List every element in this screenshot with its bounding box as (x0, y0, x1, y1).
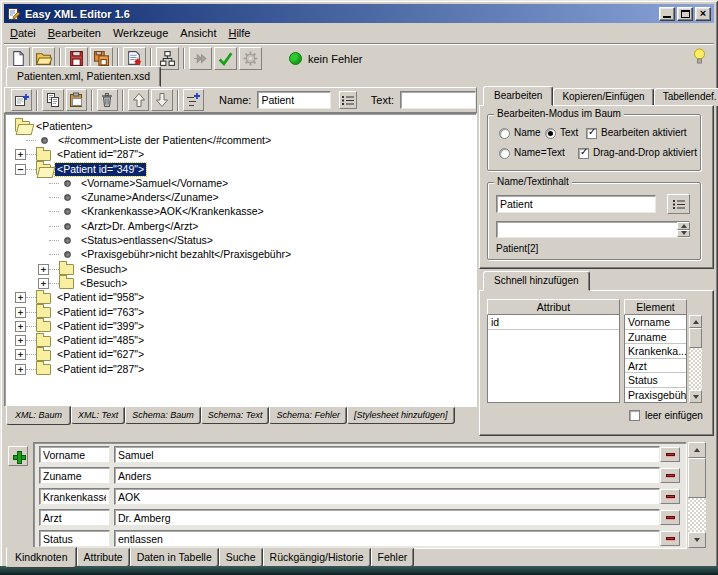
tree-node[interactable]: +<Patient id="627"> (9, 348, 474, 362)
tab-tabellendef[interactable]: Tabellendef. (654, 88, 718, 106)
spinner-up-button[interactable] (677, 222, 690, 230)
menu-werkzeuge[interactable]: Werkzeuge (107, 25, 174, 41)
tree-node[interactable]: <Patienten> (9, 119, 474, 133)
minimize-button[interactable] (659, 7, 675, 21)
tree-node[interactable]: +<Besuch> (9, 276, 474, 290)
tree-node[interactable]: +<Patient id="399"> (9, 319, 474, 333)
move-down-button[interactable] (151, 89, 172, 111)
element-row[interactable]: Arzt (625, 359, 686, 374)
tree-node[interactable]: <Status>entlassen</Status> (9, 233, 474, 247)
child-value-input[interactable] (114, 467, 660, 484)
scroll-track[interactable] (689, 348, 702, 390)
element-row[interactable]: Zuname (625, 330, 686, 345)
expand-icon[interactable]: + (15, 335, 26, 346)
add-row-button[interactable] (8, 446, 28, 466)
tab-schema-text[interactable]: Schema: Text (201, 407, 270, 424)
tab-xml-baum[interactable]: XML: Baum (6, 406, 71, 425)
scroll-thumb[interactable] (688, 458, 706, 498)
child-rows-scrollbar[interactable] (688, 442, 706, 548)
expand-icon[interactable]: + (15, 364, 26, 375)
node-name-input[interactable] (257, 91, 331, 109)
tree-node[interactable]: +<Patient id="287"> (9, 148, 474, 162)
radio-text[interactable] (545, 128, 556, 139)
name-list-button[interactable] (339, 91, 356, 109)
child-name-input[interactable] (39, 446, 110, 463)
attribute-row[interactable]: id (488, 315, 619, 330)
remove-row-button[interactable] (660, 531, 680, 546)
delete-node-button[interactable] (97, 89, 118, 111)
element-list-scrollbar[interactable] (689, 315, 702, 403)
tab-fehler[interactable]: Fehler (371, 548, 415, 567)
close-button[interactable]: × (695, 7, 711, 21)
edit-text-input[interactable] (496, 221, 690, 238)
child-name-input[interactable] (39, 488, 110, 505)
scroll-down-button[interactable] (689, 390, 702, 403)
tree-node[interactable]: +<Patient id="763"> (9, 305, 474, 319)
element-row[interactable]: Krankenka... (625, 344, 686, 359)
expand-icon[interactable]: + (15, 307, 26, 318)
tab-daten-in-tabelle[interactable]: Daten in Tabelle (130, 548, 219, 567)
tab-bearbeiten[interactable]: Bearbeiten (483, 86, 553, 106)
remove-row-button[interactable] (660, 510, 680, 525)
add-node-button[interactable] (11, 89, 32, 111)
radio-name[interactable] (499, 128, 510, 139)
tab-rückgängig-historie[interactable]: Rückgängig/Historie (263, 548, 371, 567)
tree-node[interactable]: <Vorname>Samuel</Vorname> (9, 176, 474, 190)
scroll-up-button[interactable] (689, 315, 702, 328)
tab-stylesheet-hinzufügen[interactable]: [Stylesheet hinzufügen] (347, 407, 455, 424)
transform-button[interactable] (189, 47, 212, 70)
tab-schema-baum[interactable]: Schema: Baum (125, 407, 201, 424)
collapse-icon[interactable]: – (15, 164, 26, 175)
tree-node[interactable]: <Zuname>Anders</Zuname> (9, 190, 474, 204)
menu-bearbeiten[interactable]: Bearbeiten (42, 25, 107, 41)
checkbox-drag-drop[interactable] (578, 148, 589, 159)
child-value-input[interactable] (114, 530, 660, 547)
child-value-input[interactable] (114, 446, 660, 463)
spinner-down-button[interactable] (677, 230, 690, 238)
refresh-gear-button[interactable] (239, 47, 262, 70)
child-name-input[interactable] (39, 530, 110, 547)
tab-xml-text[interactable]: XML: Text (71, 407, 125, 424)
expand-icon[interactable]: + (15, 321, 26, 332)
menu-datei[interactable]: Datei (4, 25, 42, 41)
scroll-down-button[interactable] (688, 532, 706, 548)
remove-row-button[interactable] (660, 489, 680, 504)
child-name-input[interactable] (39, 509, 110, 526)
tree-node[interactable]: <Krankenkasse>AOK</Krankenkasse> (9, 205, 474, 219)
expand-icon[interactable]: + (38, 278, 49, 289)
tab-schema-fehler[interactable]: Schema: Fehler (269, 407, 347, 424)
maximize-button[interactable] (677, 7, 693, 21)
tab-kindknoten[interactable]: Kindknoten (6, 547, 77, 568)
tree-node[interactable]: <#comment>Liste der Patienten</#comment> (9, 133, 474, 147)
element-row[interactable]: Status (625, 373, 686, 388)
tree-node[interactable]: +<Patient id="287"> (9, 362, 474, 376)
remove-row-button[interactable] (660, 468, 680, 483)
edit-name-input[interactable] (496, 195, 656, 213)
radio-name-equals-text[interactable] (499, 148, 510, 159)
tree-node[interactable]: +<Patient id="485"> (9, 333, 474, 347)
tree-node[interactable]: <Praxisgebühr>nicht bezahlt</Praxisgebüh… (9, 248, 474, 262)
tab-schnell-hinzufuegen[interactable]: Schnell hinzufügen (483, 271, 590, 291)
remove-row-button[interactable] (660, 447, 680, 462)
copy-button[interactable] (42, 89, 63, 111)
hint-bulb-icon[interactable] (693, 48, 706, 65)
expand-icon[interactable]: + (15, 149, 26, 160)
node-text-input[interactable] (400, 91, 476, 109)
child-value-input[interactable] (114, 488, 660, 505)
tree-node[interactable]: <Arzt>Dr. Amberg</Arzt> (9, 219, 474, 233)
text-spinner[interactable] (677, 222, 690, 237)
scroll-up-button[interactable] (688, 442, 706, 458)
add-child-node-button[interactable] (183, 89, 204, 111)
validate-button[interactable] (214, 47, 237, 70)
paste-button[interactable] (66, 89, 87, 111)
child-name-input[interactable] (39, 467, 110, 484)
scroll-thumb[interactable] (689, 328, 702, 348)
tree-node[interactable]: +<Patient id="958"> (9, 291, 474, 305)
tab-attribute[interactable]: Attribute (77, 548, 130, 567)
checkbox-edit-enabled[interactable] (586, 128, 597, 139)
expand-icon[interactable]: + (15, 292, 26, 303)
tree-node[interactable]: –<Patient id="349"> (9, 162, 474, 176)
child-value-input[interactable] (114, 509, 660, 526)
tree-node[interactable]: +<Besuch> (9, 262, 474, 276)
expand-icon[interactable]: + (15, 349, 26, 360)
